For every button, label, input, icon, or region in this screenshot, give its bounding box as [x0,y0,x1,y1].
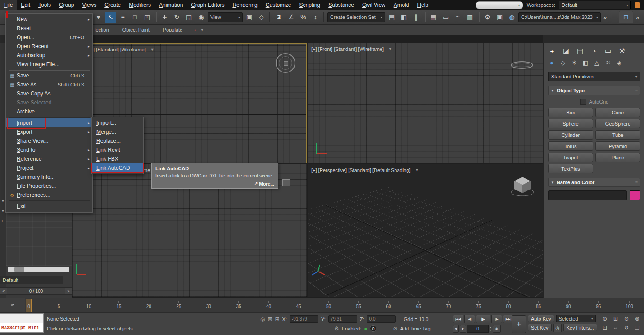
select-and-manipulate-icon[interactable]: ◇ [256,12,267,23]
menu-customize[interactable]: Customize [262,0,295,10]
space-warps-category-icon[interactable]: ≋ [604,59,612,66]
x-coordinate-field[interactable]: -91.379 [290,315,318,323]
submenu-item-replace[interactable]: Replace... [92,136,143,145]
menu-item-preferences[interactable]: ⚙ Preferences... [6,190,92,199]
zoom-extents-all-icon[interactable]: ⊛ [632,315,642,323]
menu-item-reset[interactable]: Reset [6,24,92,33]
viewport-perspective-label[interactable]: [+] [Perspective] [Standard] [Default Sh… [311,168,419,173]
filter-funnel-icon[interactable]: ▼ [415,168,419,172]
workspaces-dropdown[interactable]: Default ▾ [559,1,631,9]
frame-next-button[interactable]: > [65,287,72,295]
explorer-default-field[interactable]: Default [0,276,63,284]
current-frame-field[interactable]: 0 [467,325,489,333]
rendered-frame-window-icon[interactable]: ▣ [494,12,505,23]
explorer-scrollbar[interactable] [8,267,69,272]
select-and-place-icon[interactable]: ◉ [195,12,207,23]
align-icon[interactable]: ∥ [410,12,422,23]
lights-category-icon[interactable]: ☀ [571,59,578,66]
key-filters-button[interactable]: Key Filters... [563,324,597,331]
viewcube-top[interactable] [276,53,295,73]
account-icon[interactable] [635,2,640,8]
ribbon-caret-icon[interactable]: ▾ [201,28,205,32]
next-frame-button[interactable]: |▶ [491,315,502,323]
autogrid-checkbox[interactable] [580,99,586,105]
mini-curve-editor-button[interactable]: ≈ [0,298,25,312]
frame-prev-button[interactable]: < [0,287,7,295]
next-frame-step-button[interactable]: ▶ [460,325,466,333]
cameras-category-icon[interactable]: ◧ [582,59,589,66]
render-production-icon[interactable]: ◍ [506,12,517,23]
menu-create[interactable]: Create [100,0,125,10]
motion-tab-icon[interactable]: ◔ [590,47,598,55]
maxscript-mini-listener[interactable]: MAXScript Mini [0,313,44,333]
viewport-top-label[interactable]: ] [Standard] [Wireframe] ▼ [93,47,154,52]
toggle-ribbon-icon[interactable]: ▭ [440,12,451,23]
modify-tab-icon[interactable]: ◪ [562,47,570,55]
select-and-scale-icon[interactable]: ◱ [183,12,195,23]
scrollbar-handle[interactable] [14,267,24,272]
isolate-selection-icon[interactable]: ◎ [260,316,265,322]
toolbar-overflow-icon[interactable]: » [602,12,609,23]
hierarchy-tab-icon[interactable]: ▤ [576,47,584,55]
sphere-button[interactable]: Sphere [548,119,593,128]
absolute-mode-icon[interactable]: ⊞ [275,316,280,322]
menu-item-project[interactable]: Project ▸ [6,163,92,172]
y-coordinate-field[interactable]: 79.31 [328,315,357,323]
menu-item-open[interactable]: Open... Ctrl+O [6,33,92,42]
set-keys-button[interactable]: + [512,315,526,333]
frame-spinner[interactable]: ▲▼ [490,325,492,333]
selection-lock-icon[interactable]: ⊠ [268,316,272,322]
cone-button[interactable]: Cone [595,108,640,117]
previous-frame-step-button[interactable]: ◀ [453,325,459,333]
menu-item-save-as[interactable]: ▦ Save As... Shift+Ctrl+S [6,80,92,89]
menu-file[interactable]: File [0,0,17,10]
adaptive-degradation-icon[interactable]: ⚙ [334,326,339,332]
reference-coordinate-system-dropdown[interactable]: View ▾ [208,12,243,22]
menu-item-new[interactable]: New ▸ [6,15,92,24]
shapes-category-icon[interactable]: ◇ [559,59,567,66]
menu-item-export[interactable]: Export ▸ [6,127,92,136]
menu-item-share-view[interactable]: Share View... [6,136,92,145]
menu-modifiers[interactable]: Modifiers [125,0,155,10]
geometry-category-icon[interactable]: ● [548,59,555,66]
ribbon-tab-selection[interactable]: lection [93,27,109,32]
schematic-view-icon[interactable]: ▥ [464,12,476,23]
auto-key-button[interactable]: Auto Key [528,315,554,322]
menu-arnold[interactable]: Arnold [390,0,413,10]
project-folder-dropdown[interactable]: C:\Users\kunal...s\3ds Max 2023 ▾ [518,12,601,22]
window-crossing-toggle-icon[interactable]: ◳ [141,12,153,23]
key-filters-time-icon[interactable]: ◷ [553,324,562,332]
tube-button[interactable]: Tube [595,130,640,140]
named-selection-set-input[interactable]: Create Selection Set ▾ [327,12,385,22]
viewport-front-label[interactable]: [+] [Front] [Standard] [Wireframe] ▼ [311,46,392,52]
menu-item-archive[interactable]: Archive... [6,107,92,116]
ribbon-tab-populate[interactable]: Populate [161,27,182,32]
rectangular-selection-region-icon[interactable]: □ [129,12,141,23]
viewcube-left[interactable] [282,179,290,186]
zoom-all-icon[interactable]: ⊞ [611,315,621,323]
display-tab-icon[interactable]: ▭ [604,47,612,55]
angle-snap-icon[interactable]: ∠ [286,12,297,23]
submenu-item-merge[interactable]: Merge... [92,127,143,136]
menu-item-send-to[interactable]: Send to ▸ [6,145,92,154]
menu-rendering[interactable]: Rendering [228,0,261,10]
object-name-input[interactable] [548,190,627,200]
viewcube-perspective[interactable] [510,174,535,199]
viewcube-front[interactable] [511,61,533,69]
object-color-swatch[interactable] [630,190,640,200]
spinner-snap-icon[interactable]: ↕ [310,12,321,23]
object-type-rollout[interactable]: ▼ Object Type ≡ [548,86,640,95]
geosphere-button[interactable]: GeoSphere [595,119,640,128]
snaps-toggle-icon[interactable]: 3 [273,12,285,23]
menu-item-summary-info[interactable]: Summary Info... [6,172,92,181]
mirror-icon[interactable]: ◧ [398,12,409,23]
menu-graph-editors[interactable]: Graph Editors [187,0,228,10]
ribbon-store-icon[interactable]: ▪ [194,27,198,32]
create-tab-icon[interactable]: + [548,47,556,55]
search-combo[interactable]: ▾ [476,1,523,9]
explorer-dock-icon[interactable]: ⊂ [1,219,5,223]
primitives-dropdown[interactable]: Standard Primitives ▾ [548,72,640,81]
enabled-led-icon[interactable]: ● [364,326,367,332]
menu-animation[interactable]: Animation [155,0,187,10]
z-coordinate-field[interactable]: 0.0 [367,315,396,323]
